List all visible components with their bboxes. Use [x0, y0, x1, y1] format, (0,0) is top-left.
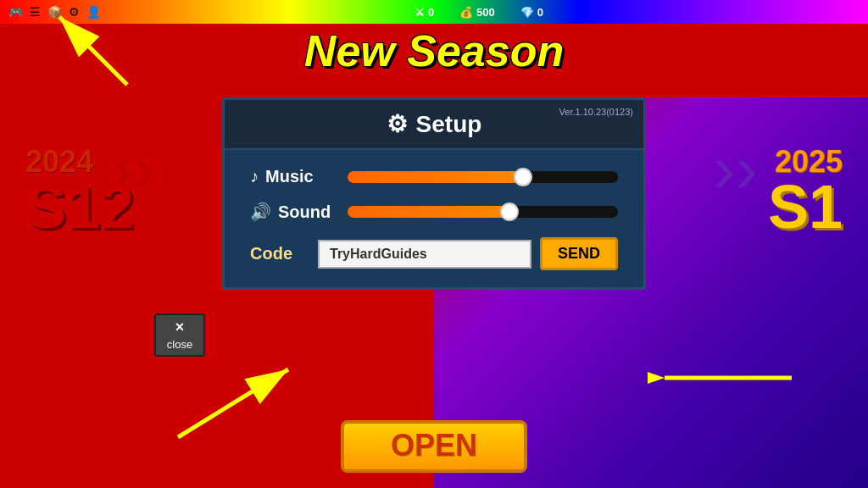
toolbar-coins: 💰 500 [459, 6, 495, 19]
modal-body: ♪ Music 🔊 Sound Code SEND [225, 150, 643, 287]
music-icon: ♪ [250, 167, 259, 186]
sword-value: 0 [428, 6, 434, 19]
code-input[interactable] [318, 240, 531, 269]
gem-icon: 💎 [520, 6, 534, 19]
modal-version: Ver.1.10.23(0123) [559, 107, 633, 117]
chevron-left-2: › [133, 136, 156, 203]
music-slider[interactable] [348, 171, 618, 183]
toolbar-center: ⚔ 0 💰 500 💎 0 [415, 6, 543, 19]
sword-icon: ⚔ [415, 6, 425, 19]
menu-icon[interactable]: ☰ [30, 5, 41, 19]
music-label-text: Music [265, 167, 314, 186]
season-left-label: S12 [25, 180, 134, 235]
chevron-right-1: › [713, 136, 736, 203]
sound-row: 🔊 Sound [250, 202, 618, 222]
music-row: ♪ Music [250, 167, 618, 186]
coin-value: 500 [476, 6, 495, 19]
code-row: Code SEND [250, 237, 618, 270]
sound-slider[interactable] [348, 206, 618, 218]
svg-line-3 [178, 369, 288, 437]
modal-gear-icon: ⚙ [387, 110, 408, 138]
sound-label-text: Sound [278, 202, 331, 222]
toolbar-gems: 💎 0 [520, 6, 543, 19]
modal-header: ⚙ Setup Ver.1.10.23(0123) [225, 100, 643, 150]
toolbar-right [857, 7, 860, 17]
close-x-icon: × [159, 319, 200, 336]
arrow-send [648, 336, 800, 403]
sound-label: 🔊 Sound [250, 202, 335, 222]
toolbar-sword: ⚔ 0 [415, 6, 434, 19]
season-left: 2024 S12 [25, 144, 134, 235]
svg-line-1 [59, 17, 127, 85]
modal-title: ⚙ Setup [387, 110, 482, 138]
modal-title-text: Setup [416, 111, 482, 138]
music-fill [348, 171, 523, 183]
season-right: 2025 S1 [768, 144, 843, 235]
music-label: ♪ Music [250, 167, 335, 186]
code-label: Code [250, 244, 309, 263]
season-right-label: S1 [768, 180, 843, 235]
open-button[interactable]: OPEN [341, 420, 527, 473]
roblox-icon[interactable]: 🎮 [8, 5, 23, 19]
setup-modal: ⚙ Setup Ver.1.10.23(0123) ♪ Music 🔊 Soun… [222, 97, 646, 290]
chevrons-right: › › [713, 136, 758, 203]
arrow-gear [42, 8, 144, 93]
music-thumb[interactable] [514, 168, 532, 186]
arrow-code [170, 344, 305, 446]
sound-fill [348, 206, 509, 218]
gem-value: 0 [537, 6, 543, 19]
coin-icon: 💰 [459, 6, 473, 19]
sound-icon: 🔊 [250, 202, 271, 222]
toolbar-spacer [857, 7, 860, 17]
chevron-right-2: › [735, 136, 758, 203]
sound-thumb[interactable] [500, 202, 519, 221]
send-button[interactable]: SEND [540, 237, 618, 270]
